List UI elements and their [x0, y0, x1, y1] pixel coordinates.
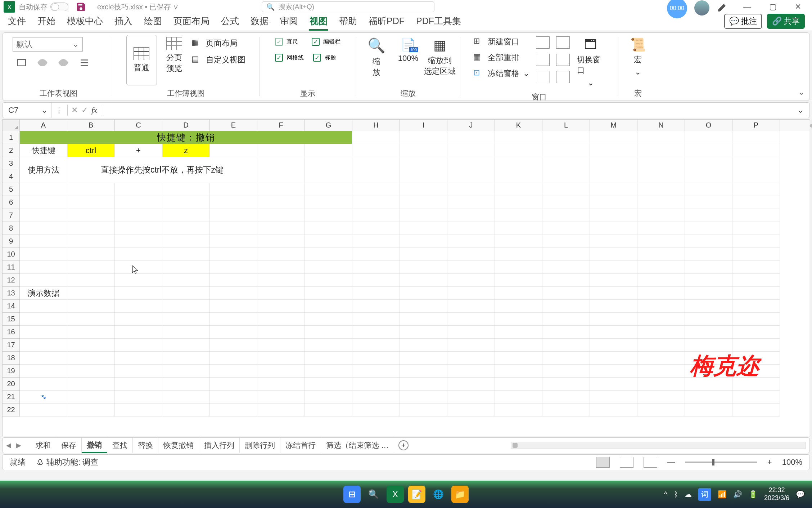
cell[interactable]	[732, 300, 780, 313]
tab-view[interactable]: 视图	[309, 14, 328, 31]
cell[interactable]	[447, 235, 495, 248]
row-header[interactable]: 15	[3, 313, 20, 326]
cell[interactable]	[305, 352, 352, 365]
cell[interactable]	[115, 378, 162, 391]
cell[interactable]	[637, 222, 685, 235]
cell[interactable]	[732, 222, 780, 235]
cell[interactable]	[162, 300, 210, 313]
cell[interactable]	[542, 404, 590, 416]
cell[interactable]	[305, 261, 352, 274]
row-header[interactable]: 5	[3, 183, 20, 196]
col-header[interactable]: A	[20, 120, 67, 131]
row-header[interactable]: 6	[3, 196, 20, 209]
cell[interactable]	[590, 287, 637, 300]
cell[interactable]	[352, 365, 400, 378]
cell[interactable]	[257, 196, 305, 209]
cell[interactable]	[257, 274, 305, 287]
freeze-button[interactable]: ⊡冻结窗格 ⌄	[473, 68, 529, 79]
cell[interactable]	[257, 339, 305, 352]
cell[interactable]	[637, 209, 685, 222]
cell[interactable]	[257, 183, 305, 196]
zoom-button[interactable]: 🔍缩 放	[362, 35, 391, 80]
cell[interactable]	[495, 183, 542, 196]
zoom-100-button[interactable]: 📄100100%	[394, 35, 423, 65]
file-name[interactable]: excle技巧.xlsx • 已保存 ∨	[97, 2, 179, 12]
cell[interactable]	[162, 391, 210, 404]
tab-review[interactable]: 审阅	[279, 14, 299, 31]
cell[interactable]	[257, 326, 305, 339]
cell[interactable]	[590, 313, 637, 326]
row-header[interactable]: 19	[3, 365, 20, 378]
cell[interactable]: 演示数据	[20, 287, 67, 300]
cell[interactable]	[637, 378, 685, 391]
cell[interactable]	[115, 365, 162, 378]
cell[interactable]	[210, 339, 257, 352]
cell[interactable]	[542, 131, 590, 144]
cell[interactable]	[210, 326, 257, 339]
cell[interactable]	[495, 209, 542, 222]
cell[interactable]	[637, 131, 685, 144]
newwindow-button[interactable]: ⊞新建窗口	[473, 36, 529, 47]
cell[interactable]	[115, 209, 162, 222]
tab-foxitpdf[interactable]: 福昕PDF	[368, 14, 405, 31]
cell[interactable]	[257, 365, 305, 378]
cell[interactable]	[542, 183, 590, 196]
cell[interactable]	[67, 248, 115, 261]
cell[interactable]	[732, 313, 780, 326]
tab-home[interactable]: 开始	[37, 14, 56, 31]
user-avatar[interactable]	[694, 0, 709, 15]
cell[interactable]	[305, 209, 352, 222]
cell[interactable]	[400, 248, 447, 261]
cell[interactable]	[542, 326, 590, 339]
normal-view-icon[interactable]	[596, 457, 610, 468]
cell[interactable]	[495, 261, 542, 274]
cell[interactable]	[210, 235, 257, 248]
tab-file[interactable]: 文件	[7, 14, 27, 31]
cell[interactable]	[495, 378, 542, 391]
cell[interactable]	[590, 378, 637, 391]
tab-insert[interactable]: 插入	[114, 14, 133, 31]
cell[interactable]	[637, 365, 685, 378]
cell[interactable]	[67, 287, 115, 300]
sheet-tab[interactable]: 替换	[133, 438, 158, 453]
cell[interactable]	[162, 248, 210, 261]
cell[interactable]: 快捷键：撤销	[20, 131, 352, 144]
cell[interactable]	[67, 183, 115, 196]
pagelayout-button[interactable]: ▦页面布局	[191, 38, 245, 49]
cell[interactable]	[352, 196, 400, 209]
more-icon[interactable]: ⋮	[55, 106, 64, 115]
cell[interactable]	[162, 274, 210, 287]
cell[interactable]	[590, 209, 637, 222]
cell[interactable]	[400, 339, 447, 352]
cell[interactable]	[685, 144, 732, 157]
cell[interactable]	[67, 365, 115, 378]
zoom-level[interactable]: 100%	[782, 458, 802, 467]
cell[interactable]	[637, 183, 685, 196]
cell[interactable]	[400, 352, 447, 365]
col-header[interactable]: P	[732, 120, 780, 131]
autosave-toggle[interactable]: 自动保存	[19, 2, 68, 12]
cell[interactable]	[732, 196, 780, 209]
cell[interactable]	[162, 209, 210, 222]
cell[interactable]	[257, 144, 305, 157]
row-header[interactable]: 18	[3, 352, 20, 365]
row-header[interactable]: 14	[3, 300, 20, 313]
cell[interactable]	[495, 339, 542, 352]
cell[interactable]	[542, 352, 590, 365]
cell[interactable]	[257, 157, 305, 183]
cell[interactable]	[352, 274, 400, 287]
cell[interactable]	[447, 378, 495, 391]
cell[interactable]	[637, 248, 685, 261]
cell[interactable]	[352, 313, 400, 326]
cell[interactable]	[400, 183, 447, 196]
cell[interactable]	[685, 339, 732, 352]
cell[interactable]	[685, 209, 732, 222]
cell[interactable]	[542, 391, 590, 404]
col-header[interactable]: M	[590, 120, 637, 131]
cell[interactable]: +	[115, 144, 162, 157]
cell[interactable]	[115, 274, 162, 287]
cell[interactable]	[20, 196, 67, 209]
cell[interactable]	[305, 339, 352, 352]
cell[interactable]	[685, 235, 732, 248]
cell[interactable]	[115, 339, 162, 352]
